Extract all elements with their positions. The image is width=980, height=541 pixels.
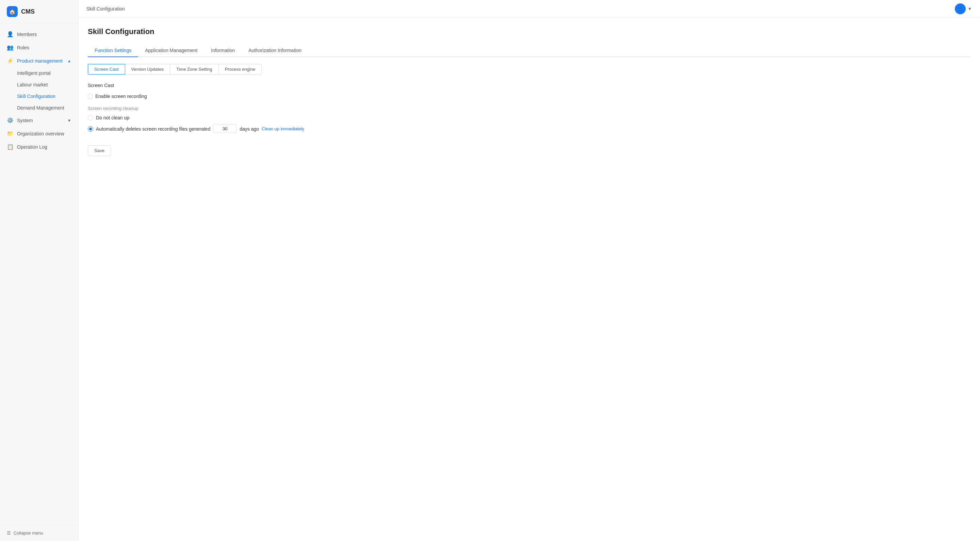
- sidebar-nav: 👤 Members 👥 Roles ⚡ Product management ▲…: [0, 24, 78, 525]
- enable-screen-recording-label: Enable screen recording: [95, 94, 147, 99]
- page-title: Skill Configuration: [88, 27, 970, 36]
- auto-delete-radio[interactable]: [88, 126, 93, 132]
- product-management-icon: ⚡: [7, 57, 14, 64]
- topbar-title: Skill Configuration: [86, 6, 125, 11]
- tab-authorization-information[interactable]: Authorization Information: [242, 44, 308, 57]
- organization-icon: 📁: [7, 130, 14, 137]
- roles-icon: 👥: [7, 44, 14, 51]
- operation-log-icon: 📋: [7, 143, 14, 150]
- tab-information[interactable]: Information: [204, 44, 242, 57]
- sidebar-subitem-intelligent-portal[interactable]: Intelligent portal: [0, 67, 78, 79]
- sidebar-item-system-label: System: [17, 118, 33, 123]
- sidebar-subitem-labour-market[interactable]: Labour market: [0, 79, 78, 91]
- cleanup-section-label: Screen recording cleanup: [88, 106, 970, 111]
- sidebar-item-product-management[interactable]: ⚡ Product management ▲: [0, 54, 78, 67]
- system-icon: ⚙️: [7, 117, 14, 124]
- do-not-clean-up-label: Do not clean up: [96, 115, 129, 121]
- sidebar: 🏠 CMS 👤 Members 👥 Roles ⚡ Product manage…: [0, 0, 78, 541]
- sidebar-item-roles-label: Roles: [17, 45, 29, 50]
- tab-screen-cast[interactable]: Screen Cast: [88, 64, 125, 75]
- tab-version-updates[interactable]: Version Updates: [125, 64, 170, 75]
- tab-time-zone-setting[interactable]: Time Zone Setting: [170, 64, 219, 75]
- auto-delete-label: Automatically deletes screen recording f…: [96, 126, 210, 132]
- sidebar-item-system[interactable]: ⚙️ System ▼: [0, 114, 78, 127]
- primary-tabs: Function Settings Application Management…: [88, 44, 970, 57]
- enable-screen-recording-checkbox[interactable]: [88, 94, 92, 99]
- sidebar-item-operation-log[interactable]: 📋 Operation Log: [0, 140, 78, 153]
- main-content: Skill Configuration 👤 ▼ Skill Configurat…: [78, 0, 980, 541]
- secondary-tabs: Screen Cast Version Updates Time Zone Se…: [88, 64, 970, 75]
- system-chevron-icon: ▼: [67, 118, 71, 123]
- intelligent-portal-label: Intelligent portal: [17, 70, 51, 76]
- auto-delete-inline: Automatically deletes screen recording f…: [96, 124, 304, 133]
- topbar-right: 👤 ▼: [955, 3, 972, 14]
- skill-configuration-label: Skill Configuration: [17, 94, 56, 99]
- save-button[interactable]: Save: [88, 145, 111, 156]
- members-icon: 👤: [7, 31, 14, 37]
- collapse-icon: ☰: [7, 530, 11, 536]
- sidebar-item-organization-overview-label: Organization overview: [17, 131, 64, 137]
- user-menu-chevron-icon[interactable]: ▼: [968, 6, 972, 11]
- sidebar-subitem-demand-management[interactable]: Demand Management: [0, 102, 78, 114]
- do-not-clean-up-radio[interactable]: [88, 115, 93, 121]
- product-management-chevron-icon: ▲: [67, 59, 71, 63]
- enable-screen-recording-row: Enable screen recording: [88, 94, 970, 99]
- app-logo-icon: 🏠: [7, 6, 18, 17]
- collapse-menu-button[interactable]: ☰ Collapse menu: [0, 525, 78, 541]
- do-not-clean-up-row: Do not clean up: [88, 115, 970, 121]
- demand-management-label: Demand Management: [17, 105, 64, 111]
- user-avatar[interactable]: 👤: [955, 3, 966, 14]
- auto-delete-row: Automatically deletes screen recording f…: [88, 124, 970, 133]
- sidebar-item-operation-log-label: Operation Log: [17, 144, 47, 150]
- tab-function-settings[interactable]: Function Settings: [88, 44, 138, 57]
- sidebar-item-product-management-label: Product management: [17, 58, 63, 64]
- labour-market-label: Labour market: [17, 82, 48, 88]
- topbar: Skill Configuration 👤 ▼: [78, 0, 980, 18]
- days-input[interactable]: [213, 124, 237, 133]
- sidebar-item-members[interactable]: 👤 Members: [0, 27, 78, 41]
- collapse-menu-label: Collapse menu: [14, 530, 43, 536]
- app-name: CMS: [21, 8, 35, 15]
- clean-up-immediately-button[interactable]: Clean up immediately: [262, 126, 304, 131]
- days-suffix: days ago: [240, 126, 259, 132]
- sidebar-subitem-skill-configuration[interactable]: Skill Configuration: [0, 91, 78, 102]
- screen-cast-section-title: Screen Cast: [88, 83, 970, 88]
- sidebar-item-organization-overview[interactable]: 📁 Organization overview: [0, 127, 78, 140]
- tab-process-engine[interactable]: Process engine: [218, 64, 262, 75]
- sidebar-item-roles[interactable]: 👥 Roles: [0, 41, 78, 54]
- page-content: Skill Configuration Function Settings Ap…: [78, 18, 980, 541]
- tab-application-management[interactable]: Application Management: [138, 44, 204, 57]
- sidebar-logo[interactable]: 🏠 CMS: [0, 0, 78, 24]
- sidebar-item-members-label: Members: [17, 32, 37, 37]
